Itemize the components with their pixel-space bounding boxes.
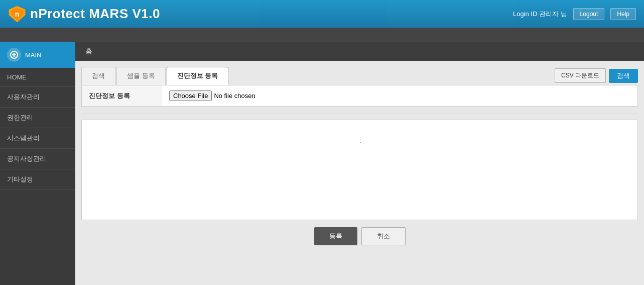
register-button[interactable]: 등록	[314, 227, 357, 245]
action-buttons: 등록 취소	[81, 227, 638, 245]
form-row-file: 진단정보 등록	[82, 85, 637, 107]
form-table: 진단정보 등록	[82, 85, 637, 107]
sidebar-item-home[interactable]: HOME	[0, 68, 75, 87]
logout-button[interactable]: Logout	[573, 8, 605, 20]
search-button[interactable]: 검색	[609, 69, 638, 83]
header-right: Login ID 관리자 님 Logout Help	[513, 8, 636, 20]
breadcrumb-text: 홈	[85, 47, 92, 55]
breadcrumb-bar: 홈	[75, 42, 644, 61]
main-icon	[7, 48, 21, 62]
tab-sample-register[interactable]: 샘플 등록	[116, 67, 166, 85]
secondary-nav	[0, 28, 644, 42]
form-panel: 진단정보 등록	[81, 85, 638, 107]
csv-download-button[interactable]: CSV 다운로드	[555, 68, 606, 83]
sidebar-item-users[interactable]: 사용자관리	[0, 87, 75, 108]
file-input-container	[169, 90, 630, 101]
sidebar: MAIN HOME 사용자관리 권한관리 시스템관리 공지사항관리 기타설정	[0, 42, 75, 285]
sidebar-item-settings[interactable]: 기타설정	[0, 169, 75, 190]
sidebar-item-notices[interactable]: 공지사항관리	[0, 149, 75, 169]
svg-text:n: n	[15, 10, 20, 18]
cancel-button[interactable]: 취소	[361, 227, 406, 245]
main-content: 홈 검색 샘플 등록 진단정보 등록 CSV 다운로드 검색	[75, 42, 644, 285]
tab-search[interactable]: 검색	[81, 67, 115, 85]
tab-diagnosis-register[interactable]: 진단정보 등록	[167, 67, 229, 85]
tab-bar: 검색 샘플 등록 진단정보 등록 CSV 다운로드 검색	[81, 67, 638, 85]
top-header: n nProtect MARS V1.0 Login ID 관리자 님 Logo…	[0, 0, 644, 28]
help-button[interactable]: Help	[610, 8, 636, 20]
shield-icon: n	[8, 5, 26, 23]
file-input[interactable]	[169, 90, 293, 101]
sidebar-item-permissions[interactable]: 권한관리	[0, 108, 75, 128]
sidebar-main-item[interactable]: MAIN	[0, 42, 75, 68]
tab-right-actions: CSV 다운로드 검색	[555, 68, 638, 85]
content-body: •	[81, 120, 638, 220]
sidebar-main-label: MAIN	[25, 51, 42, 59]
form-label-diagnosis: 진단정보 등록	[82, 85, 162, 107]
tabs-left: 검색 샘플 등록 진단정보 등록	[81, 67, 229, 85]
divider	[81, 113, 638, 114]
content-area: 검색 샘플 등록 진단정보 등록 CSV 다운로드 검색 진단정보 등록	[75, 67, 644, 251]
sidebar-item-system[interactable]: 시스템관리	[0, 128, 75, 149]
layout: MAIN HOME 사용자관리 권한관리 시스템관리 공지사항관리 기타설정 홈…	[0, 42, 644, 285]
form-input-cell-file	[162, 85, 637, 107]
logo-area: n nProtect MARS V1.0	[8, 5, 160, 23]
login-id-text: Login ID 관리자 님	[513, 10, 567, 19]
logo-text: nProtect MARS V1.0	[30, 6, 160, 22]
dot-marker: •	[360, 140, 361, 145]
